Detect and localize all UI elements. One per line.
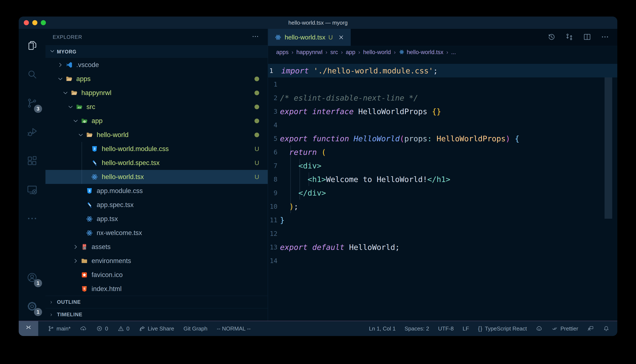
code-line: 12 (268, 227, 617, 240)
code-line: 10 ); (268, 200, 617, 213)
activity-more-views[interactable] (19, 204, 46, 233)
breadcrumb-overflow[interactable]: ... (451, 49, 456, 56)
timeline-section-header[interactable]: TIMELINE (46, 308, 268, 321)
outline-section-header[interactable]: OUTLINE (46, 296, 268, 308)
activity-explorer[interactable] (19, 31, 46, 60)
status-language-mode[interactable]: {}TypeScript React (478, 326, 527, 332)
git-untracked-badge: U (255, 145, 259, 152)
breadcrumb-separator: › (446, 49, 448, 56)
tree-item-favicon-ico[interactable]: favicon.ico (46, 268, 268, 282)
open-changes-icon[interactable] (565, 33, 573, 42)
status-git-branch[interactable]: main* (48, 321, 71, 336)
code-editor[interactable]: 1import './hello-world.module.css';12/* … (268, 58, 617, 321)
breadcrumb-item[interactable]: happynrwl (296, 49, 322, 56)
explorer-sidebar: EXPLORER MYORG .vscodeappshappynrwlsrcap… (46, 29, 268, 321)
activity-run-debug[interactable] (19, 118, 46, 146)
tree-item-app-tsx[interactable]: app.tsx (46, 212, 268, 226)
status-errors[interactable]: 0 (96, 321, 108, 336)
line-number: 1 (268, 80, 278, 88)
badge: 3 (34, 105, 42, 113)
activity-extensions[interactable] (19, 146, 46, 175)
chevron-down-icon (67, 104, 74, 110)
tree-item--vscode[interactable]: .vscode (46, 58, 268, 72)
feedback-icon (587, 325, 594, 332)
tab-hello-world-tsx[interactable]: hello-world.tsx U (268, 29, 351, 46)
breadcrumb-item[interactable]: app (346, 49, 355, 56)
tree-item-happynrwl[interactable]: happynrwl (46, 86, 268, 100)
remote-indicator[interactable] (19, 321, 38, 336)
sidebar-title: EXPLORER (53, 34, 82, 40)
status-feedback[interactable] (587, 325, 594, 332)
title-bar[interactable]: hello-world.tsx — myorg (19, 16, 617, 29)
status-label: UTF-8 (438, 326, 454, 332)
status-sync-changes[interactable] (80, 321, 87, 336)
tree-item-environments[interactable]: environments (46, 254, 268, 268)
chevron-right-icon (72, 244, 79, 250)
activity-accounts[interactable]: 1 (19, 263, 46, 292)
tree-item-index-html[interactable]: 5index.html (46, 282, 268, 296)
activity-search[interactable] (19, 60, 46, 89)
more-actions-icon[interactable] (601, 33, 609, 42)
explorer-more-actions-icon[interactable] (252, 33, 259, 42)
chevron-right-icon (57, 62, 64, 68)
status-copilot[interactable] (536, 325, 543, 332)
close-icon[interactable] (338, 34, 344, 40)
chevron-down-icon (49, 48, 57, 55)
activity-settings[interactable]: 1 (19, 292, 46, 321)
tree-item-assets[interactable]: assets (46, 240, 268, 254)
tree-item-app-module-css[interactable]: 3app.module.css (46, 184, 268, 198)
tree-item-app-spec-tsx[interactable]: sapp.spec.tsx (46, 198, 268, 212)
code-line: 1 (268, 78, 617, 91)
status-cursor-position[interactable]: Ln 1, Col 1 (369, 326, 396, 332)
tab-bar: hello-world.tsx U (268, 29, 617, 46)
breadcrumb: apps›happynrwl›src›app›hello-world›hello… (268, 46, 617, 58)
status-warnings[interactable]: 0 (117, 321, 129, 336)
tree-item-label: happynrwl (81, 89, 111, 97)
status-live-share[interactable]: Live Share (139, 321, 174, 336)
tree-item-label: app.tsx (97, 215, 118, 223)
status-vim-mode[interactable]: -- NORMAL -- (217, 321, 251, 336)
code-line: 2/* eslint-disable-next-line */ (268, 91, 617, 104)
tree-item-app[interactable]: app (46, 114, 268, 128)
line-number: 14 (268, 257, 278, 264)
chevron-down-icon (57, 76, 64, 82)
tree-item-hello-world-module-css[interactable]: 3hello-world.module.cssU (46, 142, 268, 156)
breadcrumb-item-file[interactable]: hello-world.tsx (399, 49, 444, 56)
status-eol[interactable]: LF (463, 326, 469, 332)
workspace-section-header[interactable]: MYORG (46, 46, 268, 58)
window-title: hello-world.tsx — myorg (19, 20, 617, 26)
tree-item-hello-world-tsx[interactable]: hello-world.tsxU (46, 170, 268, 184)
status-notifications[interactable] (603, 325, 610, 332)
activity-source-control[interactable]: 3 (19, 89, 46, 118)
badge: 1 (34, 308, 42, 316)
breadcrumb-item[interactable]: hello-world (363, 49, 391, 56)
tree-item-nx-welcome-tsx[interactable]: nx-welcome.tsx (46, 226, 268, 240)
folder-assets-icon (81, 243, 88, 251)
code-line: 13export default HelloWorld; (268, 240, 617, 254)
split-editor-icon[interactable] (583, 33, 591, 42)
tree-item-hello-world-spec-tsx[interactable]: shello-world.spec.tsxU (46, 156, 268, 170)
breadcrumb-item[interactable]: src (330, 49, 338, 56)
copilot-icon (536, 325, 543, 332)
react-icon (399, 49, 405, 55)
git-untracked-badge: U (255, 159, 259, 166)
status-indentation[interactable]: Spaces: 2 (405, 326, 429, 332)
open-timeline-icon[interactable] (547, 33, 556, 42)
status-label: TypeScript React (485, 326, 527, 332)
svg-text:5: 5 (84, 287, 85, 290)
tree-item-label: hello-world.spec.tsx (102, 159, 159, 167)
chevron-down-icon (72, 118, 79, 124)
tree-item-label: app (92, 117, 103, 125)
code-line: 14 (268, 254, 617, 268)
breadcrumb-item[interactable]: apps (276, 49, 289, 56)
tree-item-hello-world[interactable]: hello-world (46, 128, 268, 142)
status-encoding[interactable]: UTF-8 (438, 326, 454, 332)
svg-text:s: s (95, 164, 97, 166)
tree-item-apps[interactable]: apps (46, 72, 268, 86)
svg-text:s: s (90, 206, 92, 208)
tree-item-src[interactable]: src (46, 100, 268, 114)
activity-remote-explorer[interactable] (19, 175, 46, 204)
tree-item-label: hello-world (97, 131, 128, 139)
status-git-graph[interactable]: Git Graph (183, 321, 207, 336)
status-prettier[interactable]: Prettier (551, 325, 578, 332)
